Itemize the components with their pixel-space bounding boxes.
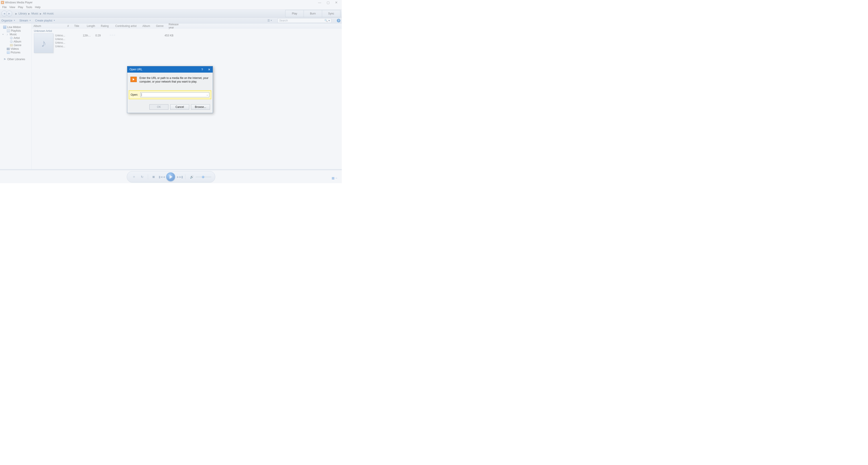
player-controls: ✧ ↻ ▮◄◄ ►►▮ 🔊 bbox=[127, 171, 215, 182]
browse-button[interactable]: Browse... bbox=[191, 104, 210, 110]
play-button[interactable] bbox=[166, 172, 175, 181]
track-title: 12th_do... bbox=[81, 34, 94, 53]
stream-button[interactable]: Stream▼ bbox=[20, 19, 31, 22]
help-button[interactable]: ? bbox=[337, 19, 340, 22]
sidebar-pictures[interactable]: Pictures bbox=[1, 51, 31, 54]
volume-control[interactable]: 🔊 bbox=[190, 175, 211, 179]
ok-button[interactable]: OK bbox=[149, 104, 168, 110]
col-contrib[interactable]: Contributing artist bbox=[114, 24, 141, 28]
minimize-button[interactable]: — bbox=[318, 1, 321, 4]
app-title: Windows Media Player bbox=[5, 1, 33, 4]
search-input[interactable]: Search 🔍 ▾ bbox=[278, 18, 331, 23]
text-cursor bbox=[142, 93, 142, 96]
crumb-library[interactable]: Library bbox=[19, 12, 27, 15]
sidebar-genre[interactable]: Genre bbox=[1, 43, 31, 47]
crumb-allmusic[interactable]: All music bbox=[43, 12, 54, 15]
track-size: 453 KB bbox=[163, 34, 177, 53]
maximize-button[interactable]: ▢ bbox=[327, 1, 330, 4]
sidebar: Lisa Mildon Playlists ▾♪Music Artist Alb… bbox=[0, 24, 32, 169]
view-options-button[interactable]: ☰ ▼ bbox=[268, 19, 272, 22]
sidebar-music[interactable]: ▾♪Music bbox=[1, 33, 31, 36]
col-title[interactable]: Title bbox=[72, 24, 85, 28]
album-art-icon[interactable] bbox=[34, 33, 53, 53]
chevron-right-icon: ▶ bbox=[16, 12, 17, 15]
breadcrumb: ▶ Library ▶ Music ▶ All music bbox=[16, 12, 54, 15]
nav-forward-button[interactable]: ► bbox=[6, 11, 12, 17]
dialog-title: Open URL bbox=[129, 68, 143, 71]
open-url-input[interactable]: ⌄ bbox=[141, 92, 209, 97]
switch-layout-button[interactable]: ▦→ bbox=[332, 176, 338, 180]
open-field-highlight: Open: ⌄ bbox=[129, 90, 211, 99]
stop-button[interactable] bbox=[150, 175, 157, 179]
col-number[interactable]: # bbox=[66, 24, 72, 28]
search-icon[interactable]: 🔍 ▾ bbox=[324, 19, 330, 22]
col-album[interactable]: Album bbox=[32, 24, 66, 28]
player-bar: ✧ ↻ ▮◄◄ ►►▮ 🔊 ▦→ bbox=[0, 169, 342, 183]
sidebar-videos[interactable]: Videos bbox=[1, 47, 31, 51]
organize-button[interactable]: Organize▼ bbox=[1, 19, 16, 22]
cancel-button[interactable]: Cancel bbox=[170, 104, 189, 110]
previous-button[interactable]: ▮◄◄ bbox=[158, 175, 165, 179]
menu-bar: File View Play Tools Help bbox=[0, 5, 342, 9]
sidebar-playlists[interactable]: Playlists bbox=[1, 29, 31, 33]
repeat-button[interactable]: ↻ bbox=[139, 175, 146, 179]
track-rating: ☆☆☆ bbox=[107, 34, 122, 53]
shuffle-button[interactable]: ✧ bbox=[131, 175, 137, 179]
sidebar-artist[interactable]: Artist bbox=[1, 36, 31, 40]
chevron-right-icon: ▶ bbox=[40, 12, 41, 15]
dialog-help-button[interactable]: ? bbox=[202, 68, 203, 71]
table-row[interactable]: 12th_do... 0:29 ☆☆☆ 453 KB bbox=[74, 33, 177, 53]
group-header[interactable]: Unknown Artist bbox=[34, 29, 342, 33]
col-albumc[interactable]: Album bbox=[141, 24, 154, 28]
wmp-icon bbox=[130, 77, 137, 82]
app-icon bbox=[1, 1, 4, 4]
create-playlist-button[interactable]: Create playlist▼ bbox=[35, 19, 55, 22]
sidebar-user[interactable]: Lisa Mildon bbox=[1, 25, 31, 29]
col-release[interactable]: Release year bbox=[167, 23, 185, 29]
menu-play[interactable]: Play bbox=[17, 5, 24, 9]
chevron-down-icon[interactable]: ⌄ bbox=[206, 94, 208, 96]
column-headers: Album # Title Length Rating Contributing… bbox=[32, 24, 342, 29]
crumb-music[interactable]: Music bbox=[31, 12, 38, 15]
sidebar-other-libraries[interactable]: ⚑Other Libraries bbox=[1, 57, 31, 61]
menu-view[interactable]: View bbox=[8, 5, 17, 9]
dialog-titlebar[interactable]: Open URL ? ✕ bbox=[127, 66, 213, 72]
col-length[interactable]: Length bbox=[85, 24, 99, 28]
track-length: 0:29 bbox=[94, 34, 107, 53]
dialog-close-button[interactable]: ✕ bbox=[208, 68, 211, 71]
album-meta: Unkno... Unkno... Unkno... Unkno... bbox=[55, 33, 74, 53]
tab-burn[interactable]: Burn bbox=[304, 10, 322, 17]
volume-slider[interactable] bbox=[195, 177, 211, 177]
menu-help[interactable]: Help bbox=[34, 5, 42, 9]
menu-tools[interactable]: Tools bbox=[24, 5, 33, 9]
tab-play[interactable]: Play bbox=[285, 10, 304, 17]
open-label: Open: bbox=[131, 93, 138, 96]
chevron-right-icon: ▶ bbox=[28, 12, 30, 15]
search-placeholder: Search bbox=[279, 19, 288, 22]
open-url-dialog: Open URL ? ✕ Enter the URL or path to a … bbox=[127, 66, 213, 113]
nav-bar: ◄ ► ▶ Library ▶ Music ▶ All music Play B… bbox=[0, 9, 342, 18]
title-bar: Windows Media Player — ▢ ✕ bbox=[0, 0, 342, 5]
speaker-icon[interactable]: 🔊 bbox=[190, 175, 194, 179]
menu-file[interactable]: File bbox=[1, 5, 8, 9]
close-button[interactable]: ✕ bbox=[335, 1, 338, 4]
col-rating[interactable]: Rating bbox=[99, 24, 114, 28]
col-genre[interactable]: Genre bbox=[154, 24, 167, 28]
next-button[interactable]: ►►▮ bbox=[176, 175, 183, 179]
dialog-message: Enter the URL or path to a media file on… bbox=[140, 76, 210, 83]
sidebar-album[interactable]: Album bbox=[1, 40, 31, 43]
tab-sync[interactable]: Sync bbox=[322, 10, 340, 17]
